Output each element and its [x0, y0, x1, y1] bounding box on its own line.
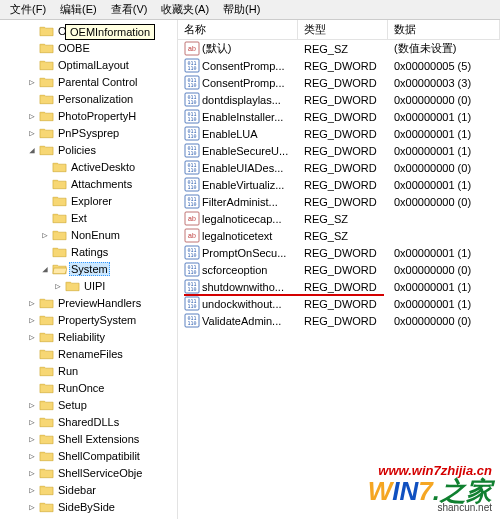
- list-row[interactable]: scforceoptionREG_DWORD0x00000000 (0): [178, 261, 500, 278]
- cell-type: REG_DWORD: [298, 196, 388, 208]
- list-row[interactable]: ConsentPromp...REG_DWORD0x00000005 (5): [178, 57, 500, 74]
- tree-expander-icon[interactable]: ◢: [39, 264, 51, 274]
- tree-expander-icon[interactable]: ◢: [26, 145, 38, 155]
- tree-item[interactable]: ▷SideBySide: [0, 498, 177, 515]
- reg-dword-icon: [184, 313, 200, 328]
- tree-expander-icon[interactable]: ▷: [26, 485, 38, 495]
- tree-expander-icon[interactable]: ▷: [26, 434, 38, 444]
- tree-item[interactable]: Ext: [0, 209, 177, 226]
- tree-expander-icon[interactable]: ▷: [39, 230, 51, 240]
- tree-item[interactable]: ▷PreviewHandlers: [0, 294, 177, 311]
- cell-type: REG_DWORD: [298, 94, 388, 106]
- tree-item[interactable]: ▷NonEnum: [0, 226, 177, 243]
- tree-item[interactable]: ▷Shell Extensions: [0, 430, 177, 447]
- list-row[interactable]: legalnoticecap...REG_SZ: [178, 210, 500, 227]
- tree-expander-icon[interactable]: ▷: [26, 332, 38, 342]
- tree-item[interactable]: ▷Parental Control: [0, 73, 177, 90]
- tree-item[interactable]: OptimalLayout: [0, 56, 177, 73]
- list-row[interactable]: undockwithout...REG_DWORD0x00000001 (1): [178, 295, 500, 312]
- folder-icon: [51, 262, 67, 276]
- col-header-name[interactable]: 名称: [178, 20, 298, 39]
- tree-item[interactable]: Run: [0, 362, 177, 379]
- tree-item[interactable]: RenameFiles: [0, 345, 177, 362]
- menu-view[interactable]: 查看(V): [105, 0, 154, 19]
- tree-item[interactable]: ◢Policies: [0, 141, 177, 158]
- tree-expander-icon[interactable]: ▷: [26, 111, 38, 121]
- tree-item-label: Parental Control: [56, 75, 140, 89]
- list-row[interactable]: dontdisplaylas...REG_DWORD0x00000000 (0): [178, 91, 500, 108]
- tree-expander-icon[interactable]: ▷: [26, 400, 38, 410]
- tree-item[interactable]: ActiveDeskto: [0, 158, 177, 175]
- tree-item[interactable]: ▷SharedDLLs: [0, 413, 177, 430]
- tree-item[interactable]: ▷PhotoPropertyH: [0, 107, 177, 124]
- tree-item[interactable]: ◢System: [0, 260, 177, 277]
- list-row[interactable]: shutdownwitho...REG_DWORD0x00000001 (1): [178, 278, 500, 295]
- tree-item[interactable]: ▷ShellCompatibilit: [0, 447, 177, 464]
- tree-expander-icon[interactable]: ▷: [26, 77, 38, 87]
- tree-item[interactable]: ▷PropertySystem: [0, 311, 177, 328]
- highlight-underline: [184, 294, 384, 296]
- list-row[interactable]: ValidateAdmin...REG_DWORD0x00000000 (0): [178, 312, 500, 329]
- tree-expander-icon[interactable]: ▷: [26, 298, 38, 308]
- list-row[interactable]: EnableSecureU...REG_DWORD0x00000001 (1): [178, 142, 500, 159]
- list-row[interactable]: PromptOnSecu...REG_DWORD0x00000001 (1): [178, 244, 500, 261]
- tree-item[interactable]: ▷UIPI: [0, 277, 177, 294]
- value-name-text: legalnoticetext: [202, 230, 272, 242]
- tree-item[interactable]: ▷Setup: [0, 396, 177, 413]
- registry-tree-panel[interactable]: OEMInformation OEMInformationOOBEOptimal…: [0, 20, 178, 519]
- list-row[interactable]: legalnoticetextREG_SZ: [178, 227, 500, 244]
- list-row[interactable]: FilterAdminist...REG_DWORD0x00000000 (0): [178, 193, 500, 210]
- menu-help[interactable]: 帮助(H): [217, 0, 266, 19]
- folder-icon: [38, 415, 54, 429]
- tree-item-label: SharedDLLs: [56, 415, 121, 429]
- tree-expander-icon[interactable]: ▷: [26, 417, 38, 427]
- tree-expander-icon[interactable]: ▷: [26, 468, 38, 478]
- tree-item[interactable]: ▷Reliability: [0, 328, 177, 345]
- list-row[interactable]: EnableUIADes...REG_DWORD0x00000000 (0): [178, 159, 500, 176]
- list-row[interactable]: (默认)REG_SZ(数值未设置): [178, 40, 500, 57]
- folder-icon: [38, 58, 54, 72]
- reg-dword-icon: [184, 262, 200, 277]
- folder-icon: [51, 245, 67, 259]
- cell-type: REG_DWORD: [298, 247, 388, 259]
- tree-expander-icon[interactable]: ▷: [26, 502, 38, 512]
- folder-icon: [64, 279, 80, 293]
- tree-item[interactable]: Explorer: [0, 192, 177, 209]
- reg-sz-icon: [184, 41, 200, 56]
- tree-item[interactable]: RunOnce: [0, 379, 177, 396]
- tree-item[interactable]: ▷PnPSysprep: [0, 124, 177, 141]
- tree-expander-icon[interactable]: ▷: [52, 281, 64, 291]
- menu-edit[interactable]: 编辑(E): [54, 0, 103, 19]
- tree-item[interactable]: ▷Sidebar: [0, 481, 177, 498]
- cell-type: REG_DWORD: [298, 298, 388, 310]
- col-header-type[interactable]: 类型: [298, 20, 388, 39]
- reg-dword-icon: [184, 92, 200, 107]
- cell-name: FilterAdminist...: [178, 194, 298, 209]
- folder-icon: [38, 126, 54, 140]
- list-row[interactable]: EnableLUAREG_DWORD0x00000001 (1): [178, 125, 500, 142]
- tree-item[interactable]: Personalization: [0, 90, 177, 107]
- watermark-sub: shancun.net: [368, 502, 492, 513]
- folder-icon: [38, 381, 54, 395]
- tree-expander-icon[interactable]: ▷: [26, 451, 38, 461]
- list-row[interactable]: EnableInstaller...REG_DWORD0x00000001 (1…: [178, 108, 500, 125]
- menu-favorites[interactable]: 收藏夹(A): [155, 0, 215, 19]
- tree-expander-icon[interactable]: ▷: [26, 128, 38, 138]
- list-row[interactable]: EnableVirtualiz...REG_DWORD0x00000001 (1…: [178, 176, 500, 193]
- folder-icon: [38, 296, 54, 310]
- tree-item[interactable]: OOBE: [0, 39, 177, 56]
- reg-dword-icon: [184, 245, 200, 260]
- tree-expander-icon[interactable]: ▷: [26, 315, 38, 325]
- cell-name: legalnoticetext: [178, 228, 298, 243]
- value-name-text: EnableUIADes...: [202, 162, 283, 174]
- menu-file[interactable]: 文件(F): [4, 0, 52, 19]
- cell-data: 0x00000001 (1): [388, 128, 500, 140]
- tree-item[interactable]: Attachments: [0, 175, 177, 192]
- tree-item-label: Personalization: [56, 92, 135, 106]
- tree-item[interactable]: Ratings: [0, 243, 177, 260]
- col-header-data[interactable]: 数据: [388, 20, 500, 39]
- list-row[interactable]: ConsentPromp...REG_DWORD0x00000003 (3): [178, 74, 500, 91]
- cell-type: REG_DWORD: [298, 60, 388, 72]
- tree-item[interactable]: ▷ShellServiceObje: [0, 464, 177, 481]
- cell-data: (数值未设置): [388, 41, 500, 56]
